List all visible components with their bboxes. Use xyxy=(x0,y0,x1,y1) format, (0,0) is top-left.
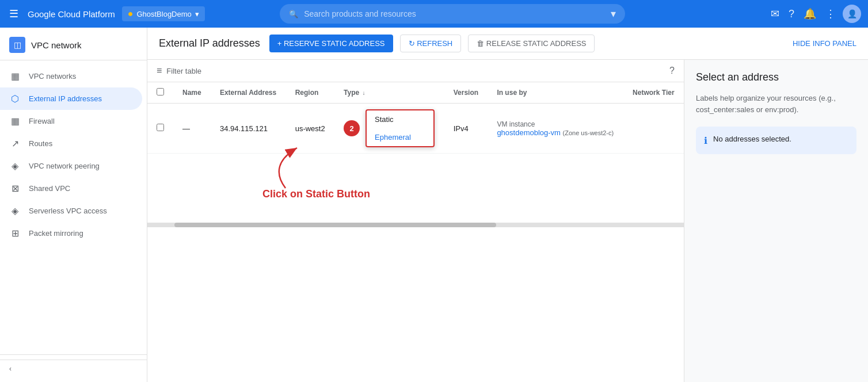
header-region: Region xyxy=(286,82,334,104)
sidebar-item-label: VPC network peering xyxy=(29,162,100,170)
filter-icon: ≡ xyxy=(157,66,162,76)
type-option-ephemeral[interactable]: Ephemeral xyxy=(367,128,433,146)
header-version: Version xyxy=(444,82,488,104)
brand-name: Google Cloud Platform xyxy=(28,9,115,19)
vm-zone-label: (Zone us-west2-c) xyxy=(563,129,614,136)
vpc-networks-icon: ▦ xyxy=(9,71,21,82)
search-input[interactable] xyxy=(304,9,605,18)
project-chevron-icon: ▾ xyxy=(195,10,199,18)
sidebar-collapse-button[interactable]: ‹ xyxy=(0,360,147,377)
search-bar: 🔍 ▾ xyxy=(280,4,625,24)
scrollbar-thumb xyxy=(174,223,496,227)
header-checkbox-col xyxy=(147,82,173,104)
hamburger-icon[interactable]: ☰ xyxy=(7,5,21,22)
reserve-static-address-button[interactable]: + RESERVE STATIC ADDRESS xyxy=(269,35,393,52)
sidebar-item-firewall[interactable]: ▦ Firewall xyxy=(0,110,142,132)
project-selector[interactable]: ● GhostBlogDemo ▾ xyxy=(122,6,205,21)
notification-icon[interactable]: 🔔 xyxy=(801,5,818,22)
email-icon[interactable]: ✉ xyxy=(768,5,782,22)
sidebar-item-label: Routes xyxy=(29,139,52,148)
release-static-address-button[interactable]: 🗑 RELEASE STATIC ADDRESS xyxy=(468,35,595,52)
content-area: External IP addresses + RESERVE STATIC A… xyxy=(147,28,868,382)
hide-info-panel-button[interactable]: HIDE INFO PANEL xyxy=(793,39,856,48)
sidebar-item-label: Shared VPC xyxy=(29,184,70,193)
header-type[interactable]: Type ↓ xyxy=(334,82,444,104)
sidebar-item-vpc-peering[interactable]: ◈ VPC network peering xyxy=(0,155,142,177)
collapse-icon: ‹ xyxy=(9,365,12,373)
sidebar-item-label: External IP addresses xyxy=(29,94,102,103)
sidebar-bottom: ‹ xyxy=(0,354,147,382)
sidebar-item-label: Serverless VPC access xyxy=(29,207,107,215)
sidebar-title: VPC network xyxy=(31,40,82,50)
routes-icon: ↗ xyxy=(9,138,21,149)
table-header-row: Name External Address Region Type xyxy=(147,82,684,104)
refresh-button[interactable]: ↻ REFRESH xyxy=(400,35,462,52)
row-name-cell: — xyxy=(173,104,211,154)
row-checkbox[interactable] xyxy=(157,124,164,131)
notice-info-icon: ℹ xyxy=(704,135,707,146)
sidebar-header: ◫ VPC network xyxy=(0,28,147,60)
table-row: — 34.94.115.121 us-west2 xyxy=(147,104,684,154)
avatar[interactable]: 👤 xyxy=(843,5,861,23)
external-ip-icon: ⬡ xyxy=(9,93,21,104)
row-version-cell: IPv4 xyxy=(444,104,488,154)
row-checkbox-cell xyxy=(147,104,173,154)
packet-mirroring-icon: ⊞ xyxy=(9,228,21,239)
no-selection-text: No addresses selected. xyxy=(713,135,791,143)
vm-instance-label: VM instance xyxy=(497,120,535,128)
sidebar: ◫ VPC network ▦ VPC networks ⬡ External … xyxy=(0,28,147,382)
sidebar-item-label: Firewall xyxy=(29,117,55,125)
header-name: Name xyxy=(173,82,211,104)
main-layout: ◫ VPC network ▦ VPC networks ⬡ External … xyxy=(0,28,868,382)
more-icon[interactable]: ⋮ xyxy=(823,5,838,22)
sidebar-item-label: Packet mirroring xyxy=(29,229,83,238)
panel-title: Select an address xyxy=(696,71,856,83)
info-panel: Select an address Labels help organize y… xyxy=(684,60,868,382)
step-badge: 2 xyxy=(344,120,360,136)
top-nav: ☰ Google Cloud Platform ● GhostBlogDemo … xyxy=(0,0,868,28)
sidebar-item-routes[interactable]: ↗ Routes xyxy=(0,132,142,155)
table-help-icon[interactable]: ? xyxy=(669,66,675,76)
row-network-tier-cell xyxy=(623,104,684,154)
table-wrapper: Name External Address Region Type xyxy=(147,82,684,223)
sidebar-item-label: VPC networks xyxy=(29,72,76,81)
type-dropdown: Static Ephemeral xyxy=(366,109,435,147)
sidebar-item-external-ip[interactable]: ⬡ External IP addresses xyxy=(0,87,142,110)
filter-bar: ≡ Filter table ? xyxy=(147,60,684,82)
row-region-cell: us-west2 xyxy=(286,104,334,154)
data-table: Name External Address Region Type xyxy=(147,82,684,154)
table-container: ≡ Filter table ? Name xyxy=(147,60,868,382)
sidebar-item-shared-vpc[interactable]: ⊠ Shared VPC xyxy=(0,177,142,200)
horizontal-scrollbar[interactable] xyxy=(147,223,684,227)
header-actions: + RESERVE STATIC ADDRESS ↻ REFRESH 🗑 REL… xyxy=(269,35,595,52)
search-dropdown-icon[interactable]: ▾ xyxy=(611,7,616,20)
filter-label[interactable]: Filter table xyxy=(166,67,201,75)
vm-instance-link[interactable]: ghostdemoblog-vm xyxy=(497,128,561,137)
annotation-text: Click on Static Button xyxy=(262,188,370,200)
vpc-icon: ◫ xyxy=(9,37,25,53)
serverless-vpc-icon: ◈ xyxy=(9,205,21,216)
row-type-cell: 2 Static Ephemeral xyxy=(334,104,444,154)
shared-vpc-icon: ⊠ xyxy=(9,183,21,194)
panel-description: Labels help organize your resources (e.g… xyxy=(696,93,856,115)
search-icon: 🔍 xyxy=(289,10,298,18)
row-in-use-by-cell: VM instance ghostdemoblog-vm (Zone us-we… xyxy=(488,104,623,154)
sidebar-item-vpc-networks[interactable]: ▦ VPC networks xyxy=(0,65,142,87)
sidebar-item-packet-mirroring[interactable]: ⊞ Packet mirroring xyxy=(0,222,142,245)
content-header: External IP addresses + RESERVE STATIC A… xyxy=(147,28,868,60)
header-in-use-by: In use by xyxy=(488,82,623,104)
header-network-tier: Network Tier xyxy=(623,82,684,104)
nav-icons: ✉ ? 🔔 ⋮ 👤 xyxy=(768,5,861,23)
help-icon[interactable]: ? xyxy=(786,6,797,22)
sort-arrow-icon: ↓ xyxy=(362,90,365,96)
header-external-address: External Address xyxy=(211,82,286,104)
project-name: GhostBlogDemo xyxy=(136,10,191,18)
table-main: ≡ Filter table ? Name xyxy=(147,60,684,382)
sidebar-item-serverless-vpc[interactable]: ◈ Serverless VPC access xyxy=(0,200,142,222)
vpc-peering-icon: ◈ xyxy=(9,161,21,171)
select-all-checkbox[interactable] xyxy=(157,88,164,96)
no-selection-notice: ℹ No addresses selected. xyxy=(696,127,856,154)
firewall-icon: ▦ xyxy=(9,116,21,127)
type-option-static[interactable]: Static xyxy=(367,110,433,128)
annotation-callout: Click on Static Button xyxy=(262,188,370,200)
